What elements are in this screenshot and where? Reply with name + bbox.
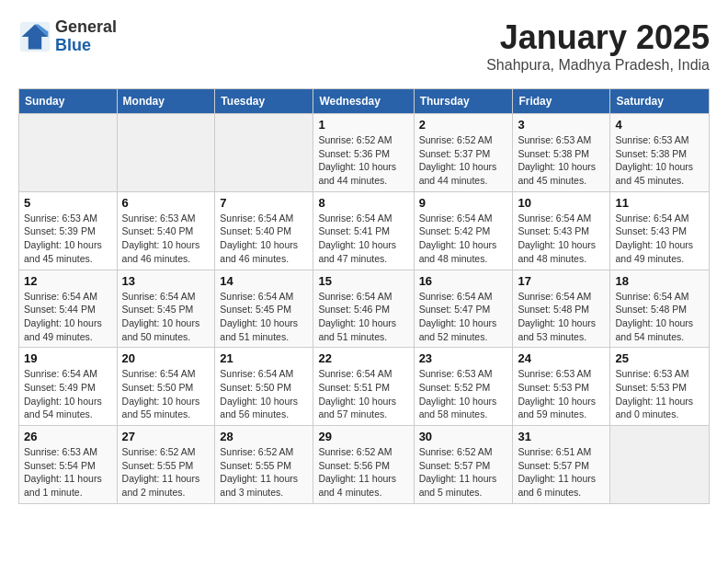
col-header-saturday: Saturday <box>610 89 710 114</box>
day-info: Sunrise: 6:53 AM Sunset: 5:53 PM Dayligh… <box>615 367 704 421</box>
day-number: 13 <box>122 274 210 288</box>
col-header-wednesday: Wednesday <box>313 89 414 114</box>
calendar-week-row: 1Sunrise: 6:52 AM Sunset: 5:36 PM Daylig… <box>19 114 710 192</box>
day-number: 18 <box>615 274 704 288</box>
calendar-cell: 31Sunrise: 6:51 AM Sunset: 5:57 PM Dayli… <box>513 426 610 504</box>
col-header-friday: Friday <box>513 89 610 114</box>
calendar-cell: 11Sunrise: 6:54 AM Sunset: 5:43 PM Dayli… <box>610 191 710 270</box>
day-info: Sunrise: 6:54 AM Sunset: 5:41 PM Dayligh… <box>318 212 408 266</box>
day-info: Sunrise: 6:53 AM Sunset: 5:40 PM Dayligh… <box>122 212 210 266</box>
calendar-cell: 6Sunrise: 6:53 AM Sunset: 5:40 PM Daylig… <box>117 191 215 270</box>
calendar-cell: 20Sunrise: 6:54 AM Sunset: 5:50 PM Dayli… <box>117 348 215 426</box>
calendar-cell: 12Sunrise: 6:54 AM Sunset: 5:44 PM Dayli… <box>19 270 118 348</box>
calendar-cell: 7Sunrise: 6:54 AM Sunset: 5:40 PM Daylig… <box>215 191 313 270</box>
calendar-cell <box>19 114 118 192</box>
day-info: Sunrise: 6:52 AM Sunset: 5:36 PM Dayligh… <box>318 133 408 188</box>
day-number: 5 <box>24 196 112 210</box>
calendar-cell: 9Sunrise: 6:54 AM Sunset: 5:42 PM Daylig… <box>414 191 513 270</box>
day-info: Sunrise: 6:54 AM Sunset: 5:46 PM Dayligh… <box>318 290 408 344</box>
logo-general: General <box>55 18 117 37</box>
calendar-cell: 21Sunrise: 6:54 AM Sunset: 5:50 PM Dayli… <box>215 348 313 426</box>
col-header-tuesday: Tuesday <box>215 89 313 114</box>
day-number: 19 <box>24 351 112 365</box>
day-info: Sunrise: 6:53 AM Sunset: 5:52 PM Dayligh… <box>419 367 508 421</box>
logo-text: General Blue <box>55 18 117 55</box>
calendar-week-row: 12Sunrise: 6:54 AM Sunset: 5:44 PM Dayli… <box>19 270 710 348</box>
day-info: Sunrise: 6:52 AM Sunset: 5:37 PM Dayligh… <box>419 133 508 188</box>
day-info: Sunrise: 6:54 AM Sunset: 5:49 PM Dayligh… <box>24 367 112 421</box>
calendar-cell: 10Sunrise: 6:54 AM Sunset: 5:43 PM Dayli… <box>513 191 610 270</box>
calendar-cell: 2Sunrise: 6:52 AM Sunset: 5:37 PM Daylig… <box>414 114 513 192</box>
calendar-cell: 17Sunrise: 6:54 AM Sunset: 5:48 PM Dayli… <box>513 270 610 348</box>
day-info: Sunrise: 6:54 AM Sunset: 5:50 PM Dayligh… <box>122 367 210 421</box>
logo-icon <box>18 20 51 53</box>
calendar-cell: 16Sunrise: 6:54 AM Sunset: 5:47 PM Dayli… <box>414 270 513 348</box>
day-number: 10 <box>518 196 605 210</box>
day-info: Sunrise: 6:54 AM Sunset: 5:48 PM Dayligh… <box>615 290 704 344</box>
day-number: 17 <box>518 274 605 288</box>
calendar-cell <box>117 114 215 192</box>
day-number: 21 <box>220 351 308 365</box>
day-number: 22 <box>318 351 408 365</box>
day-number: 25 <box>615 351 704 365</box>
day-number: 28 <box>220 430 308 443</box>
calendar-cell: 8Sunrise: 6:54 AM Sunset: 5:41 PM Daylig… <box>313 191 414 270</box>
day-info: Sunrise: 6:53 AM Sunset: 5:38 PM Dayligh… <box>615 133 704 188</box>
calendar-week-row: 5Sunrise: 6:53 AM Sunset: 5:39 PM Daylig… <box>19 191 710 270</box>
calendar-cell: 27Sunrise: 6:52 AM Sunset: 5:55 PM Dayli… <box>117 426 215 504</box>
day-info: Sunrise: 6:52 AM Sunset: 5:55 PM Dayligh… <box>220 445 308 500</box>
page-header: General Blue January 2025 Shahpura, Madh… <box>18 18 710 74</box>
day-info: Sunrise: 6:53 AM Sunset: 5:38 PM Dayligh… <box>518 133 605 188</box>
day-info: Sunrise: 6:54 AM Sunset: 5:43 PM Dayligh… <box>518 212 605 266</box>
day-number: 2 <box>419 118 508 132</box>
day-number: 3 <box>518 118 605 132</box>
calendar-cell: 5Sunrise: 6:53 AM Sunset: 5:39 PM Daylig… <box>19 191 118 270</box>
day-number: 8 <box>318 196 408 210</box>
day-info: Sunrise: 6:53 AM Sunset: 5:53 PM Dayligh… <box>518 367 605 421</box>
day-number: 7 <box>220 196 308 210</box>
day-info: Sunrise: 6:54 AM Sunset: 5:42 PM Dayligh… <box>419 212 508 266</box>
day-number: 6 <box>122 196 210 210</box>
logo: General Blue <box>18 18 117 55</box>
day-info: Sunrise: 6:53 AM Sunset: 5:54 PM Dayligh… <box>24 445 112 500</box>
day-number: 30 <box>419 430 508 443</box>
calendar-title: January 2025 <box>486 18 710 57</box>
calendar-week-row: 19Sunrise: 6:54 AM Sunset: 5:49 PM Dayli… <box>19 348 710 426</box>
col-header-monday: Monday <box>117 89 215 114</box>
calendar-cell: 4Sunrise: 6:53 AM Sunset: 5:38 PM Daylig… <box>610 114 710 192</box>
col-header-thursday: Thursday <box>414 89 513 114</box>
day-info: Sunrise: 6:54 AM Sunset: 5:45 PM Dayligh… <box>122 290 210 344</box>
calendar-cell: 15Sunrise: 6:54 AM Sunset: 5:46 PM Dayli… <box>313 270 414 348</box>
col-header-sunday: Sunday <box>19 89 118 114</box>
day-info: Sunrise: 6:54 AM Sunset: 5:48 PM Dayligh… <box>518 290 605 344</box>
day-number: 31 <box>518 430 605 443</box>
day-number: 26 <box>24 430 112 443</box>
calendar-cell: 30Sunrise: 6:52 AM Sunset: 5:57 PM Dayli… <box>414 426 513 504</box>
day-number: 12 <box>24 274 112 288</box>
day-number: 9 <box>419 196 508 210</box>
calendar-cell: 24Sunrise: 6:53 AM Sunset: 5:53 PM Dayli… <box>513 348 610 426</box>
day-info: Sunrise: 6:52 AM Sunset: 5:57 PM Dayligh… <box>419 445 508 500</box>
calendar-table: SundayMondayTuesdayWednesdayThursdayFrid… <box>18 88 710 504</box>
calendar-cell <box>215 114 313 192</box>
calendar-cell: 29Sunrise: 6:52 AM Sunset: 5:56 PM Dayli… <box>313 426 414 504</box>
day-number: 24 <box>518 351 605 365</box>
day-number: 1 <box>318 118 408 132</box>
calendar-cell: 14Sunrise: 6:54 AM Sunset: 5:45 PM Dayli… <box>215 270 313 348</box>
day-number: 14 <box>220 274 308 288</box>
day-info: Sunrise: 6:52 AM Sunset: 5:55 PM Dayligh… <box>122 445 210 500</box>
day-number: 27 <box>122 430 210 443</box>
day-info: Sunrise: 6:54 AM Sunset: 5:40 PM Dayligh… <box>220 212 308 266</box>
calendar-cell: 18Sunrise: 6:54 AM Sunset: 5:48 PM Dayli… <box>610 270 710 348</box>
calendar-cell: 28Sunrise: 6:52 AM Sunset: 5:55 PM Dayli… <box>215 426 313 504</box>
calendar-cell: 25Sunrise: 6:53 AM Sunset: 5:53 PM Dayli… <box>610 348 710 426</box>
day-number: 16 <box>419 274 508 288</box>
calendar-cell: 22Sunrise: 6:54 AM Sunset: 5:51 PM Dayli… <box>313 348 414 426</box>
day-info: Sunrise: 6:54 AM Sunset: 5:51 PM Dayligh… <box>318 367 408 421</box>
day-number: 4 <box>615 118 704 132</box>
day-number: 15 <box>318 274 408 288</box>
calendar-cell: 3Sunrise: 6:53 AM Sunset: 5:38 PM Daylig… <box>513 114 610 192</box>
calendar-cell: 1Sunrise: 6:52 AM Sunset: 5:36 PM Daylig… <box>313 114 414 192</box>
calendar-cell: 13Sunrise: 6:54 AM Sunset: 5:45 PM Dayli… <box>117 270 215 348</box>
day-info: Sunrise: 6:54 AM Sunset: 5:44 PM Dayligh… <box>24 290 112 344</box>
